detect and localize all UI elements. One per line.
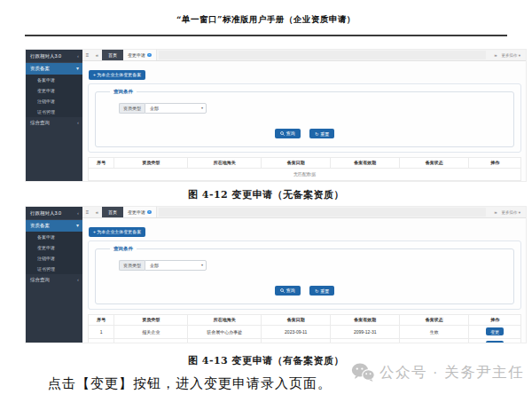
new-change-filing-button[interactable]: + 为本企业主体变更备案 <box>89 227 145 237</box>
page-title: “单一窗口”标准版用户手册（企业资质申请） <box>0 14 532 26</box>
change-button[interactable]: 变更 <box>486 327 504 335</box>
sidebar-item-comprehensive-query[interactable]: 综合查询 ‹ <box>26 274 82 286</box>
sidebar-item-change-application[interactable]: 变更申请 <box>26 242 82 253</box>
col-type: 资质类型 <box>114 157 188 168</box>
sidebar-item-filing-application[interactable]: 备案申请 <box>26 75 82 85</box>
chevron-down-icon: ▾ <box>201 261 203 270</box>
col-status: 备案状态 <box>400 157 469 168</box>
select-value: 全部 <box>150 263 159 268</box>
sidebar-item-comprehensive-query[interactable]: 综合查询 ‹ <box>26 117 82 129</box>
col-customs: 所在地海关 <box>188 314 262 325</box>
menu-icon[interactable]: ≡ <box>82 50 92 60</box>
col-operation: 操作 <box>469 157 521 168</box>
reset-button[interactable]: ↻ 重置 <box>309 129 334 138</box>
chevron-left-icon: ‹ <box>77 274 79 286</box>
cell-valid-until: 2099-12-31 <box>331 338 400 343</box>
chevron-left-icon: ‹ <box>77 117 79 129</box>
cell-status: 生效 <box>400 325 469 338</box>
query-fieldset: 查询条件 资质类型 全部 ▾ 查询 <box>95 246 514 304</box>
search-button-label: 查询 <box>286 130 295 136</box>
tab-strip <box>159 51 487 59</box>
reset-button[interactable]: ↻ 重置 <box>309 286 334 296</box>
instruction-text: 点击【变更】按钮，进入变更申请录入页面。 <box>48 375 332 392</box>
wechat-icon <box>351 362 375 382</box>
cell-customs: 驻会展中心办事处 <box>188 338 262 343</box>
sidebar-item-change-application[interactable]: 变更申请 <box>26 85 82 96</box>
app-main: ≡ « 首页 变更申请 × » 更多操作 ▾ + 为本企业主体变更备案 查询条件 <box>82 50 526 181</box>
qualification-type-select[interactable]: 全部 ▾ <box>145 103 207 114</box>
watermark-text: 公众号 · 关务尹主任 <box>379 363 524 382</box>
sidebar-item-cancel-application[interactable]: 注销申请 <box>26 96 82 106</box>
sidebar-item-qualification-filing[interactable]: 资质备案 ▾ <box>26 220 82 232</box>
col-customs: 所在地海关 <box>188 157 262 168</box>
tab-strip <box>159 208 487 217</box>
sidebar-item-label: 资质备案 <box>30 63 50 75</box>
app-screenshot-no-qualification: 行政相对人3.0 ‹ 资质备案 ▾ 备案申请 变更申请 注销申请 证书管理 综合… <box>25 49 527 182</box>
search-button-label: 查询 <box>286 288 295 293</box>
tab-close-icon[interactable]: × <box>147 210 152 215</box>
tab-label: 变更申请 <box>128 52 145 58</box>
tab-home[interactable]: 首页 <box>102 50 123 60</box>
qualification-type-field: 资质类型 全部 ▾ <box>119 103 207 114</box>
sidebar-collapse-icon[interactable]: ‹ <box>77 207 79 220</box>
result-table: 序号 资质类型 所在地海关 备案日期 备案有效期 备案状态 操作 1 报关企业 <box>88 314 521 344</box>
search-icon <box>280 131 285 136</box>
cell-operation: 变更 <box>469 325 521 338</box>
tab-bar: ≡ « 首页 变更申请 × » 更多操作 ▾ <box>82 207 526 218</box>
change-button[interactable]: 变更 <box>486 341 504 343</box>
sidebar-title: 行政相对人3.0 ‹ <box>26 207 82 220</box>
user-menu[interactable]: 更多操作 ▾ <box>500 207 526 217</box>
sidebar-item-certificate-management[interactable]: 证书管理 <box>26 106 82 117</box>
menu-icon[interactable]: ≡ <box>82 207 92 217</box>
tab-close-icon[interactable]: × <box>147 53 152 58</box>
qualification-type-field: 资质类型 全部 ▾ <box>119 260 207 271</box>
sidebar-item-certificate-management[interactable]: 证书管理 <box>26 264 82 274</box>
qualification-type-label: 资质类型 <box>119 103 145 114</box>
query-buttons: 查询 ↻ 重置 <box>103 123 506 139</box>
table-header-row: 序号 资质类型 所在地海关 备案日期 备案有效期 备案状态 操作 <box>89 157 521 168</box>
back-arrow-icon[interactable]: « <box>92 50 102 60</box>
cell-filing-date: 2023-09-11 <box>262 338 331 343</box>
reset-icon: ↻ <box>315 131 318 137</box>
col-no: 序号 <box>89 157 114 168</box>
reset-button-label: 重置 <box>320 288 329 294</box>
tab-home[interactable]: 首页 <box>102 207 123 217</box>
manual-page: “单一窗口”标准版用户手册（企业资质申请） 行政相对人3.0 ‹ 资质备案 ▾ … <box>0 0 532 402</box>
figure-caption-4-12: 图 4-12 变更申请（无备案资质） <box>0 188 532 201</box>
chevron-down-icon: ▾ <box>76 63 79 75</box>
tab-change-application[interactable]: 变更申请 × <box>123 50 157 60</box>
app-screenshot-with-qualification: 行政相对人3.0 ‹ 资质备案 ▾ 备案申请 变更申请 注销申请 证书管理 综合… <box>25 206 527 343</box>
forward-arrow-icon[interactable]: » <box>490 207 500 217</box>
sidebar-title-label: 行政相对人3.0 <box>30 50 61 63</box>
col-filing-date: 备案日期 <box>262 157 331 168</box>
select-value: 全部 <box>150 106 159 111</box>
sidebar-item-filing-application[interactable]: 备案申请 <box>26 232 82 242</box>
sidebar-item-label: 综合查询 <box>30 274 50 286</box>
back-arrow-icon[interactable]: « <box>92 207 102 217</box>
col-valid-until: 备案有效期 <box>331 314 400 325</box>
table-empty-row: 无匹配数据 <box>89 168 521 180</box>
tab-label: 变更申请 <box>128 209 145 215</box>
user-menu[interactable]: 更多操作 ▾ <box>500 50 526 60</box>
search-button[interactable]: 查询 <box>275 129 301 138</box>
app-sidebar: 行政相对人3.0 ‹ 资质备案 ▾ 备案申请 变更申请 注销申请 证书管理 综合… <box>26 207 82 343</box>
chevron-down-icon: ▾ <box>76 220 79 232</box>
cell-status: 生效 <box>400 338 469 343</box>
table-header-row: 序号 资质类型 所在地海关 备案日期 备案有效期 备案状态 操作 <box>89 314 521 325</box>
col-filing-date: 备案日期 <box>262 314 331 325</box>
col-valid-until: 备案有效期 <box>331 157 400 168</box>
cell-no: 2 <box>89 338 114 343</box>
search-button[interactable]: 查询 <box>275 286 301 296</box>
query-buttons: 查询 ↻ 重置 <box>103 280 506 296</box>
forward-arrow-icon[interactable]: » <box>490 50 500 60</box>
sidebar-title: 行政相对人3.0 ‹ <box>26 50 82 63</box>
header-divider <box>25 35 507 36</box>
sidebar-collapse-icon[interactable]: ‹ <box>77 50 79 63</box>
tab-change-application[interactable]: 变更申请 × <box>123 207 157 217</box>
qualification-type-select[interactable]: 全部 ▾ <box>145 260 207 271</box>
sidebar-item-qualification-filing[interactable]: 资质备案 ▾ <box>26 63 82 75</box>
new-change-filing-button[interactable]: + 为本企业主体变更备案 <box>89 70 145 80</box>
sidebar-item-label: 资质备案 <box>30 220 50 232</box>
reset-icon: ↻ <box>315 288 318 294</box>
sidebar-item-cancel-application[interactable]: 注销申请 <box>26 253 82 264</box>
